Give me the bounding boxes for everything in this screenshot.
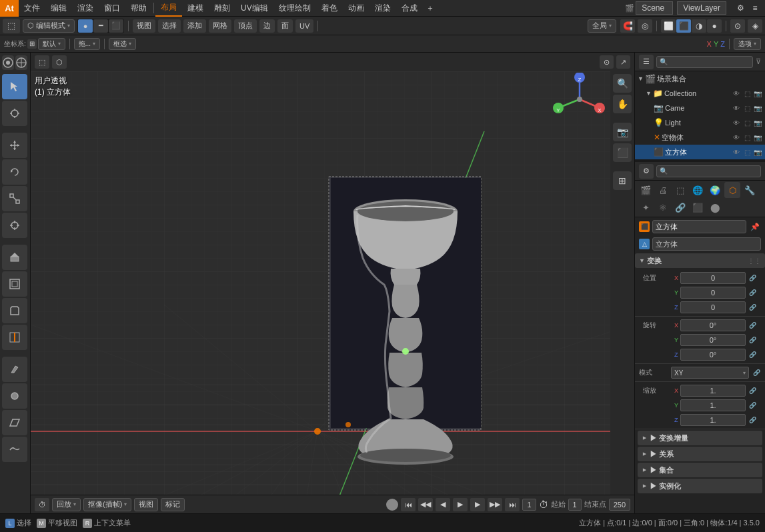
options-dropdown[interactable]: 选项 ▾: [734, 38, 761, 50]
prop-tab-material[interactable]: ⬤: [707, 199, 723, 215]
editor-type-btn[interactable]: ⬚: [3, 19, 20, 33]
cube-eye-icon[interactable]: 👁: [732, 147, 741, 157]
timeline-editor-type[interactable]: ⏱: [35, 498, 49, 511]
rot-x-input[interactable]: 0°: [680, 319, 746, 331]
solid-shading-btn[interactable]: ⬛: [676, 19, 691, 33]
empty-eye-icon[interactable]: 👁: [732, 133, 741, 142]
loc-y-input[interactable]: 0: [680, 287, 746, 299]
empty-render-icon[interactable]: 📷: [753, 133, 762, 142]
scale-tool-btn[interactable]: [2, 186, 27, 211]
pin-icon[interactable]: 📌: [749, 221, 761, 233]
scale-x-chain[interactable]: 🔗: [748, 386, 757, 395]
move-tool-btn[interactable]: [2, 133, 27, 158]
prev-frame-btn[interactable]: ◀: [436, 498, 450, 511]
workspace-build[interactable]: 建模: [182, 0, 209, 17]
snap-toggle[interactable]: 🧲: [620, 19, 635, 33]
transform-options-icon[interactable]: ⋮⋮: [748, 257, 761, 265]
play-btn[interactable]: ▶: [453, 498, 468, 511]
transform-delta-section[interactable]: ▼ ▶ 变换增量: [638, 431, 762, 445]
cube-screen-icon[interactable]: ⬚: [742, 147, 752, 157]
camera-item[interactable]: 📷 Came 👁 ⬚ 📷: [635, 101, 765, 115]
workspace-sculpt[interactable]: 雕刻: [209, 0, 235, 17]
transform-dropdown[interactable]: 拖... ▾: [74, 38, 100, 50]
zoom-out-btn[interactable]: ✋: [613, 95, 632, 113]
transform-tool-btn[interactable]: [2, 213, 27, 238]
workspace-animation[interactable]: 动画: [343, 0, 369, 17]
next-frame-btn[interactable]: ▶: [470, 498, 485, 511]
prop-tab-output[interactable]: 🖨: [655, 182, 671, 198]
rot-x-chain[interactable]: 🔗: [748, 321, 757, 330]
add-workspace-btn[interactable]: ＋: [423, 1, 438, 15]
data-name-input[interactable]: 立方体: [652, 237, 761, 251]
engine-icon[interactable]: ⚙: [733, 1, 748, 15]
prop-tab-object[interactable]: ⬡: [724, 182, 740, 198]
camera-eye-icon[interactable]: 👁: [732, 103, 741, 113]
orthographic-btn[interactable]: ⊞: [613, 171, 632, 190]
empty-screen-icon[interactable]: ⬚: [742, 133, 752, 142]
outliner-search[interactable]: 🔍: [656, 56, 753, 68]
scale-x-input[interactable]: 1.: [680, 385, 746, 397]
add-menu[interactable]: 添加: [183, 19, 206, 33]
gizmo-btn[interactable]: [15, 55, 27, 70]
menu-help[interactable]: 帮助: [125, 0, 152, 17]
prop-tab-particles[interactable]: ✦: [638, 199, 654, 215]
inset-tool-btn[interactable]: [2, 271, 27, 297]
prop-tab-modifier[interactable]: 🔧: [742, 182, 758, 198]
cube-item[interactable]: ⬛ 立方体 👁 ⬚ 📷: [635, 145, 765, 159]
workspace-render2[interactable]: 渲染: [369, 0, 396, 17]
viewport-3d[interactable]: [31, 71, 610, 495]
scale-z-chain[interactable]: 🔗: [748, 415, 757, 425]
scale-y-chain[interactable]: 🔗: [748, 401, 757, 410]
xray-btn[interactable]: ◈: [748, 19, 762, 33]
loc-z-chain[interactable]: 🔗: [748, 303, 757, 312]
jump-end-btn[interactable]: ⏭: [505, 498, 520, 511]
instancing-section[interactable]: ▼ ▶ 实例化: [638, 479, 762, 493]
menu-window[interactable]: 窗口: [99, 0, 125, 17]
select-tool-btn[interactable]: [2, 74, 27, 99]
cube-render-icon[interactable]: 📷: [753, 147, 762, 157]
filter-icon[interactable]: ⊽: [756, 57, 761, 66]
prev-keyframe-btn[interactable]: ◀◀: [418, 498, 433, 511]
edge-menu[interactable]: 边: [259, 19, 275, 33]
select-mode-dropdown[interactable]: 框选 ▾: [109, 38, 136, 50]
transform-section-header[interactable]: ▼ 变换 ⋮⋮: [635, 253, 765, 268]
properties-type-btn[interactable]: ⚙: [639, 164, 654, 179]
vertex-menu[interactable]: 顶点: [234, 19, 257, 33]
smooth-tool-btn[interactable]: [2, 437, 27, 462]
loop-cut-tool-btn[interactable]: [2, 325, 27, 350]
view-menu[interactable]: 视图: [133, 19, 155, 33]
prop-tab-scene[interactable]: 🌐: [690, 182, 706, 198]
light-render-icon[interactable]: 📷: [753, 118, 762, 127]
interpolate-mode-dropdown[interactable]: 抠像(插帧) ▾: [83, 498, 131, 511]
cursor-tool-btn[interactable]: [2, 101, 27, 126]
extrude-tool-btn[interactable]: [2, 245, 27, 270]
outliner-type-btn[interactable]: ☰: [639, 55, 654, 69]
current-frame-input[interactable]: 1: [522, 499, 536, 511]
camera-screen-icon[interactable]: ⬚: [742, 103, 752, 113]
end-frame-input[interactable]: 250: [609, 499, 630, 511]
coord-dropdown[interactable]: 默认 ▾: [38, 38, 65, 50]
scale-z-input[interactable]: 1.: [680, 414, 746, 426]
prop-tab-world[interactable]: 🌍: [707, 182, 723, 198]
loc-y-chain[interactable]: 🔗: [748, 288, 757, 297]
material-shading-btn[interactable]: ◑: [692, 19, 706, 33]
viewport-gizmo-settings[interactable]: ↗: [616, 55, 630, 69]
light-screen-icon[interactable]: ⬚: [742, 118, 752, 127]
prop-tab-view-layer[interactable]: ⬚: [672, 182, 688, 198]
viewlayer-name-input[interactable]: ViewLayer: [677, 1, 726, 15]
mode-chain[interactable]: 🔗: [752, 368, 761, 377]
light-item[interactable]: 💡 Light 👁 ⬚ 📷: [635, 115, 765, 130]
camera-lock-btn[interactable]: ⬛: [613, 143, 632, 162]
wire-shading-btn[interactable]: ⬜: [661, 19, 676, 33]
select-menu[interactable]: 选择: [158, 19, 181, 33]
collection-section[interactable]: ▼ ▶ 集合: [638, 463, 762, 477]
scale-y-input[interactable]: 1.: [680, 399, 746, 411]
edge-mode-btn[interactable]: ━: [93, 19, 108, 33]
prop-tab-render[interactable]: 🎬: [638, 182, 654, 198]
camera-view-btn[interactable]: 📷: [613, 123, 632, 141]
bevel-tool-btn[interactable]: [2, 298, 27, 323]
start-frame-input[interactable]: 1: [568, 499, 582, 511]
render-shading-btn[interactable]: ●: [707, 19, 722, 33]
render-icon[interactable]: 📷: [753, 89, 762, 98]
mode-icon-btn[interactable]: [2, 55, 14, 70]
